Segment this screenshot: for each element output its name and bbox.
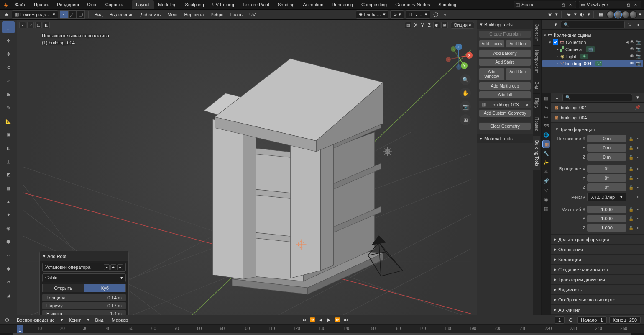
frame-end-field[interactable]: Конец250 bbox=[609, 316, 641, 324]
eye-icon[interactable]: 👁 bbox=[630, 61, 634, 66]
ptab-output-icon[interactable]: 🖨 bbox=[542, 103, 550, 111]
keyframe-next-icon[interactable]: ⏩ bbox=[334, 317, 341, 323]
lock-icon[interactable]: 🔓 bbox=[628, 175, 634, 181]
rotation-mode-dropdown[interactable]: XYZ Эйлер▾ bbox=[587, 193, 626, 201]
preset-selector[interactable]: Установки оператора ▾+− bbox=[42, 263, 126, 272]
orbit-gizmo[interactable]: X Y Z bbox=[444, 43, 473, 72]
eye-icon[interactable]: 👁 bbox=[630, 54, 634, 59]
preset-remove-icon[interactable]: − bbox=[117, 264, 123, 270]
render-icon[interactable]: 📷 bbox=[636, 46, 641, 52]
op-panel-header[interactable]: ▾Add Roof bbox=[40, 251, 128, 261]
ptab-texture-icon[interactable]: ▦ bbox=[542, 205, 550, 212]
add-window-button[interactable]: Add Window bbox=[479, 68, 505, 80]
menu-window[interactable]: Окно bbox=[84, 0, 101, 9]
camera-nav-icon[interactable]: 📷 bbox=[460, 101, 471, 112]
prop-thickness[interactable]: Толщина0.14 m bbox=[42, 294, 126, 302]
tab-modeling[interactable]: Modeling bbox=[154, 0, 181, 9]
ptab-object-icon[interactable]: ▩ bbox=[542, 140, 550, 148]
timeline-track[interactable]: 1102030405060708090100110120130140150160… bbox=[0, 325, 644, 335]
pan-nav-icon[interactable]: ✋ bbox=[460, 88, 471, 98]
inset-tool-icon[interactable]: ◫ bbox=[2, 155, 15, 167]
vertex-menu[interactable]: Вершина bbox=[182, 11, 207, 18]
custom-geometry-tag[interactable]: ▥ building_003 × bbox=[479, 100, 531, 108]
knife-tool-icon[interactable]: ▲ bbox=[2, 196, 15, 207]
playback-menu[interactable]: Воспроизведение bbox=[14, 317, 57, 323]
tab-geonodes[interactable]: Geometry Nodes bbox=[391, 0, 434, 9]
rot-x-field[interactable]: 0° bbox=[587, 165, 626, 173]
render-icon[interactable]: 📷 bbox=[636, 39, 641, 45]
rot-y-field[interactable]: 0° bbox=[587, 174, 626, 182]
tab-layout[interactable]: Layout bbox=[132, 0, 154, 9]
vtab-tool[interactable]: Инструмент bbox=[533, 46, 540, 77]
datapath-breadcrumb[interactable]: ▩building_004📌 bbox=[551, 103, 644, 113]
select-box-tool-icon[interactable]: ⬚ bbox=[2, 21, 15, 33]
eye-icon[interactable]: 👁 bbox=[630, 46, 634, 52]
scale-y-field[interactable]: 1.000 bbox=[587, 215, 626, 222]
mesh-visibility-icon[interactable]: 👁 bbox=[546, 11, 554, 18]
tab-uv[interactable]: UV Editing bbox=[208, 0, 238, 9]
eye-icon[interactable]: 👁 bbox=[630, 39, 634, 45]
viewlayer-name-input[interactable] bbox=[587, 2, 624, 7]
3d-viewport[interactable]: ▪ ⟋ ▢ ◧ ▤ X Y Z ◐ ⊞ Опции ▾ bbox=[17, 20, 477, 325]
shrink-tool-icon[interactable]: ◆ bbox=[2, 263, 15, 274]
seg-cube[interactable]: Куб bbox=[84, 284, 126, 292]
menu-help[interactable]: Справка bbox=[102, 0, 127, 9]
add-custom-geom-button[interactable]: Add Custom Geometry bbox=[479, 109, 531, 117]
material-tools-header[interactable]: ▸Material Tools bbox=[477, 134, 533, 143]
frame-start-field[interactable]: Начало1 bbox=[577, 316, 606, 324]
clear-geometry-button[interactable]: Clear Geometry bbox=[479, 122, 531, 130]
visibility-section[interactable]: ▸Видимость bbox=[551, 284, 644, 294]
orientation-dropdown[interactable]: ⊕Глоба…▾ bbox=[356, 10, 388, 19]
exclude-icon[interactable]: ◂ bbox=[626, 39, 629, 45]
snap-dropdown[interactable]: ⊓⋮⋮▾ bbox=[406, 10, 430, 19]
polybuild-tool-icon[interactable]: ✦ bbox=[2, 209, 15, 221]
tab-add[interactable]: + bbox=[460, 0, 471, 9]
preset-add-icon[interactable]: + bbox=[110, 264, 116, 270]
prop-editor-icon[interactable]: ≡ bbox=[553, 94, 561, 101]
scene-name-input[interactable] bbox=[521, 2, 559, 7]
tab-scripting[interactable]: Scripting bbox=[434, 0, 460, 9]
outliner-new-coll-icon[interactable]: • bbox=[635, 21, 641, 28]
viewport-display-section[interactable]: ▸Отображение во вьюпорте bbox=[551, 294, 644, 304]
add-fill-button[interactable]: Add Fill bbox=[479, 91, 531, 99]
scale-z-field[interactable]: 1.000 bbox=[587, 224, 626, 232]
light-node[interactable]: ▸◉Light☀👁📷 bbox=[542, 53, 643, 60]
editor-type-icon[interactable]: ⊞ bbox=[3, 11, 10, 18]
current-frame-field[interactable]: 1 bbox=[555, 316, 565, 324]
menu-file[interactable]: Файл bbox=[12, 0, 30, 9]
rotate-tool-icon[interactable]: ⟲ bbox=[2, 62, 15, 73]
scene-new-icon[interactable]: ⎘ bbox=[559, 1, 567, 8]
menu-render[interactable]: Рендеринг bbox=[54, 0, 83, 9]
tab-texture-paint[interactable]: Texture Paint bbox=[238, 0, 273, 9]
lock-icon[interactable]: 🔓 bbox=[628, 144, 634, 151]
add-stairs-button[interactable]: Add Stairs bbox=[479, 58, 531, 66]
motion-paths-section[interactable]: ▸Траектории движения bbox=[551, 274, 644, 284]
tab-rendering[interactable]: Rendering bbox=[327, 0, 357, 9]
timeline-scrollbar[interactable] bbox=[13, 333, 631, 335]
vtab-rigify[interactable]: Rigify bbox=[533, 94, 540, 113]
scene-collection-node[interactable]: ▾▭Коллекция сцены bbox=[542, 31, 643, 39]
loopcut-tool-icon[interactable]: ▦ bbox=[2, 182, 15, 194]
vtab-view[interactable]: Вид bbox=[533, 77, 540, 94]
lock-icon[interactable]: 🔓 bbox=[628, 215, 634, 222]
add-roof-button[interactable]: Add Roof bbox=[506, 40, 532, 48]
lock-icon[interactable]: 🔓 bbox=[628, 184, 634, 191]
layer-delete-icon[interactable]: × bbox=[632, 1, 639, 8]
mesh-menu[interactable]: Меш bbox=[165, 11, 180, 18]
extrude-tool-icon[interactable]: ◧ bbox=[2, 142, 15, 154]
prop-outset[interactable]: Наружу0.17 m bbox=[42, 302, 126, 309]
jump-start-icon[interactable]: ⏮ bbox=[300, 317, 308, 323]
wireframe-shading-icon[interactable] bbox=[607, 11, 614, 18]
ortho-nav-icon[interactable]: ⊞ bbox=[460, 114, 471, 125]
smooth-tool-icon[interactable]: ⬢ bbox=[2, 236, 15, 247]
collections-section[interactable]: ▸Коллекции bbox=[551, 254, 644, 264]
add-floors-button[interactable]: Add Floors bbox=[479, 40, 505, 48]
tab-sculpting[interactable]: Sculpting bbox=[181, 0, 208, 9]
menu-edit[interactable]: Правка bbox=[31, 0, 53, 9]
rip-tool-icon[interactable]: ◪ bbox=[2, 289, 15, 301]
rot-z-field[interactable]: 0° bbox=[587, 183, 626, 191]
add-multigroup-button[interactable]: Add Multigroup bbox=[479, 82, 531, 90]
vtab-element[interactable]: Элемент bbox=[533, 20, 540, 46]
pos-z-field[interactable]: 0 m bbox=[587, 153, 626, 161]
ptab-modifier-icon[interactable]: 🔧 bbox=[542, 149, 550, 157]
